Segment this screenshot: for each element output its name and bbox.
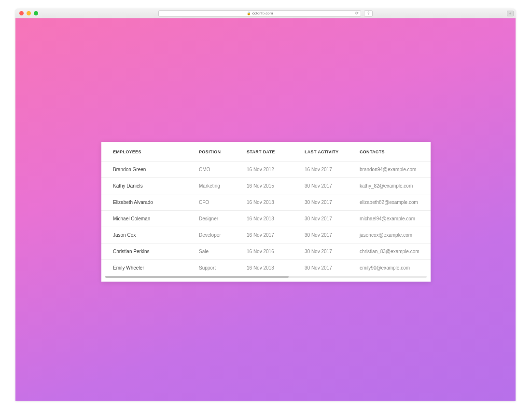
table-row[interactable]: Emily Wheeler Support 16 Nov 2013 30 Nov…	[101, 260, 431, 276]
cell-start: 16 Nov 2012	[241, 162, 299, 178]
minimize-window-button[interactable]	[27, 11, 31, 15]
scrollbar-thumb[interactable]	[105, 276, 289, 278]
address-bar[interactable]: 🔒 colorlib.com ⟳	[158, 10, 361, 17]
header-contacts[interactable]: CONTACTS	[354, 142, 431, 162]
traffic-lights	[19, 11, 38, 15]
titlebar: 🔒 colorlib.com ⟳ ⇪ +	[15, 9, 516, 18]
cell-activity: 30 Nov 2017	[299, 178, 354, 194]
header-last-activity[interactable]: LAST ACTIVITY	[299, 142, 354, 162]
table-row[interactable]: Michael Coleman Designer 16 Nov 2013 30 …	[101, 211, 431, 227]
cell-contact: michael94@example.com	[354, 211, 431, 227]
cell-activity: 16 Nov 2017	[299, 162, 354, 178]
cell-contact: jasoncox@example.com	[354, 227, 431, 244]
cell-start: 16 Nov 2017	[241, 227, 299, 244]
header-employees[interactable]: EMPLOYEES	[101, 142, 193, 162]
cell-name: Kathy Daniels	[101, 178, 193, 194]
cell-position: CMO	[193, 162, 241, 178]
cell-contact: kathy_82@example.com	[354, 178, 431, 194]
cell-name: Elizabeth Alvarado	[101, 194, 193, 211]
table-row[interactable]: Jason Cox Developer 16 Nov 2017 30 Nov 2…	[101, 227, 431, 244]
maximize-window-button[interactable]	[34, 11, 38, 15]
cell-contact: emily90@example.com	[354, 260, 431, 276]
cell-activity: 30 Nov 2017	[299, 211, 354, 227]
cell-name: Michael Coleman	[101, 211, 193, 227]
cell-name: Jason Cox	[101, 227, 193, 244]
table-row[interactable]: Elizabeth Alvarado CFO 16 Nov 2013 30 No…	[101, 194, 431, 211]
horizontal-scrollbar[interactable]	[105, 276, 427, 278]
new-tab-button[interactable]: +	[507, 11, 514, 16]
cell-activity: 30 Nov 2017	[299, 260, 354, 276]
url-host: colorlib.com	[252, 11, 273, 15]
cell-contact: brandon94@example.com	[354, 162, 431, 178]
reload-icon[interactable]: ⟳	[355, 11, 359, 15]
header-start-date[interactable]: START DATE	[241, 142, 299, 162]
cell-position: Developer	[193, 227, 241, 244]
cell-position: CFO	[193, 194, 241, 211]
cell-start: 16 Nov 2013	[241, 194, 299, 211]
cell-start: 16 Nov 2016	[241, 244, 299, 260]
cell-activity: 30 Nov 2017	[299, 227, 354, 244]
table-header-row: EMPLOYEES POSITION START DATE LAST ACTIV…	[101, 142, 431, 162]
employees-table-card: EMPLOYEES POSITION START DATE LAST ACTIV…	[101, 142, 431, 282]
header-position[interactable]: POSITION	[193, 142, 241, 162]
table-row[interactable]: Brandon Green CMO 16 Nov 2012 16 Nov 201…	[101, 162, 431, 178]
address-bar-wrap: 🔒 colorlib.com ⟳ ⇪	[158, 10, 373, 17]
cell-position: Sale	[193, 244, 241, 260]
cell-contact: christian_83@example.com	[354, 244, 431, 260]
cell-name: Christian Perkins	[101, 244, 193, 260]
page-viewport: EMPLOYEES POSITION START DATE LAST ACTIV…	[15, 18, 516, 401]
close-window-button[interactable]	[19, 11, 24, 15]
cell-activity: 30 Nov 2017	[299, 194, 354, 211]
cell-contact: elizabeth82@example.com	[354, 194, 431, 211]
table-row[interactable]: Kathy Daniels Marketing 16 Nov 2015 30 N…	[101, 178, 431, 194]
cell-start: 16 Nov 2015	[241, 178, 299, 194]
cell-start: 16 Nov 2013	[241, 211, 299, 227]
share-button[interactable]: ⇪	[364, 10, 373, 17]
cell-position: Marketing	[193, 178, 241, 194]
cell-activity: 30 Nov 2017	[299, 244, 354, 260]
table-row[interactable]: Christian Perkins Sale 16 Nov 2016 30 No…	[101, 244, 431, 260]
browser-window: 🔒 colorlib.com ⟳ ⇪ + EMPLOYEES POSITION …	[15, 9, 516, 401]
cell-position: Designer	[193, 211, 241, 227]
employees-table: EMPLOYEES POSITION START DATE LAST ACTIV…	[101, 142, 431, 276]
cell-position: Support	[193, 260, 241, 276]
cell-start: 16 Nov 2013	[241, 260, 299, 276]
lock-icon: 🔒	[247, 12, 251, 15]
cell-name: Brandon Green	[101, 162, 193, 178]
cell-name: Emily Wheeler	[101, 260, 193, 276]
